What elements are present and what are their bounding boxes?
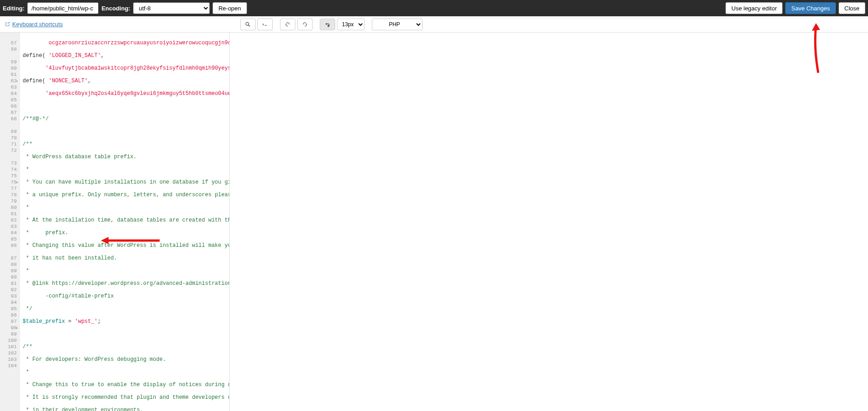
font-size-select[interactable]: 13px [337, 19, 365, 30]
search-button[interactable] [240, 19, 256, 30]
close-button[interactable]: Close [839, 2, 865, 14]
editor-area: 575859606162▾636465666768697071727374757… [0, 33, 868, 411]
code-content[interactable]: ocgzaroonrziuzaccnrzzswpcruauayusroiyoiz… [20, 33, 229, 411]
encoding-select[interactable]: utf-8 [133, 2, 210, 14]
undo-icon [285, 21, 291, 28]
preview-pane [229, 33, 868, 411]
keyboard-shortcuts-label: Keyboard shortcuts [12, 21, 63, 28]
editing-path-input[interactable] [27, 2, 99, 14]
wrap-icon [324, 21, 331, 28]
editor-toolbar: Keyboard shortcuts 13px PHP [0, 16, 868, 33]
line-gutter: 575859606162▾636465666768697071727374757… [0, 33, 20, 411]
code-editor[interactable]: 575859606162▾636465666768697071727374757… [0, 33, 229, 411]
language-select[interactable]: PHP [372, 19, 422, 30]
external-link-icon [5, 21, 10, 27]
terminal-icon [262, 21, 268, 28]
save-changes-button[interactable]: Save Changes [785, 2, 835, 14]
undo-button[interactable] [280, 19, 295, 30]
keyboard-shortcuts-link[interactable]: Keyboard shortcuts [5, 21, 63, 28]
wrap-toggle-button[interactable] [320, 19, 335, 30]
encoding-label: Encoding: [101, 5, 130, 12]
use-legacy-editor-button[interactable]: Use legacy editor [726, 2, 783, 14]
terminal-button[interactable] [257, 19, 273, 30]
search-icon [245, 21, 251, 28]
redo-button[interactable] [297, 19, 313, 30]
redo-icon [302, 21, 308, 28]
reopen-button[interactable]: Re-open [213, 2, 247, 14]
top-toolbar: Editing: Encoding: utf-8 Re-open Use leg… [0, 0, 868, 16]
editing-label: Editing: [3, 5, 24, 12]
